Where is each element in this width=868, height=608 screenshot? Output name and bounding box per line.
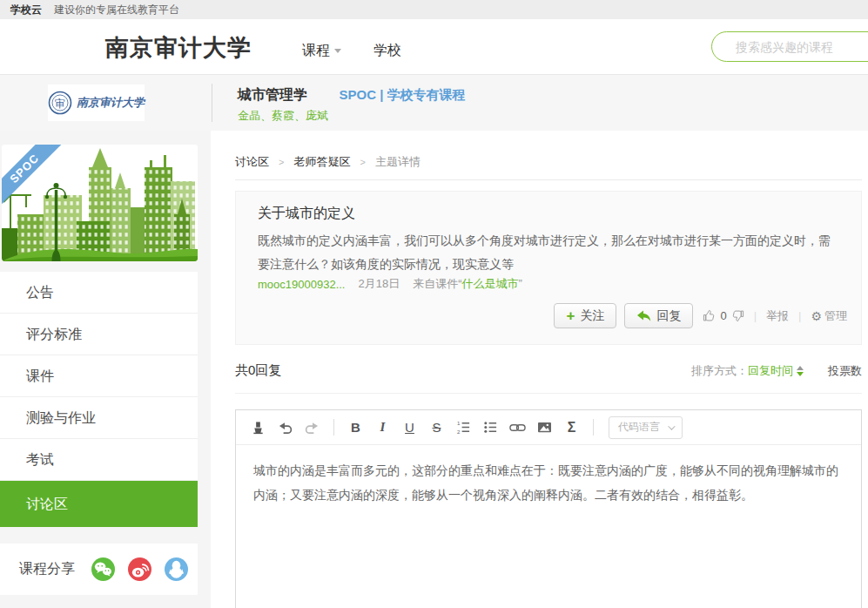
post-author-link[interactable]: mooc19000932...	[258, 278, 345, 291]
post-source-link[interactable]: 什么是城市	[462, 277, 519, 290]
breadcrumb-separator-icon: >	[279, 157, 284, 167]
course-heading: 城市管理学 SPOC | 学校专有课程	[238, 86, 466, 105]
sidebar-menu: 公告 评分标准 课件 测验与作业 考试 讨论区	[0, 272, 198, 527]
nav-courses-label: 课程	[302, 43, 330, 57]
course-image-card[interactable]: SPOC	[2, 145, 198, 261]
editor-toolbar: B I U S 1 2	[236, 410, 861, 445]
toolbar-divider	[593, 419, 594, 436]
undo-icon[interactable]	[274, 417, 296, 438]
banner-divider	[212, 84, 212, 122]
reply-arrow-icon	[636, 309, 651, 322]
follow-button[interactable]: + 关注	[554, 303, 616, 328]
ordered-list-icon[interactable]: 1 2	[453, 417, 474, 438]
course-share-card: 课程分享	[0, 544, 198, 595]
format-brush-icon[interactable]	[247, 417, 269, 438]
like-count: 0	[720, 309, 726, 322]
share-label: 课程分享	[19, 560, 75, 578]
course-title: 城市管理学	[238, 87, 307, 102]
follow-button-label: 关注	[580, 308, 604, 324]
topbar: 学校云 建设你的专属在线教育平台	[0, 0, 868, 19]
sort-controls: 排序方式： 回复时间 投票数	[691, 363, 862, 379]
manage-link-label: 管理	[824, 308, 847, 324]
toolbar-divider	[333, 419, 334, 436]
bold-icon[interactable]: B	[345, 417, 367, 438]
breadcrumb-discussion[interactable]: 讨论区	[235, 154, 269, 170]
nav-courses[interactable]: 课程	[302, 42, 341, 60]
vote-group: 0	[703, 309, 744, 322]
code-language-select[interactable]: 代码语言	[609, 416, 683, 439]
topic-post: 关于城市的定义 既然城市的定义内涵丰富，我们可以从多个角度对城市进行定义，那么在…	[235, 191, 862, 345]
course-type-badge: SPOC | 学校专有课程	[339, 87, 465, 102]
sort-by-votes[interactable]: 投票数	[828, 363, 862, 379]
image-icon[interactable]	[534, 417, 555, 438]
search-input[interactable]	[712, 32, 868, 61]
wechat-share-icon[interactable]	[91, 557, 115, 581]
sidebar-item-discussion[interactable]: 讨论区	[0, 481, 198, 527]
post-actions: + 关注 回复 0	[554, 303, 847, 328]
qq-share-icon[interactable]	[165, 557, 188, 581]
post-source-prefix: 来自课件“	[413, 277, 461, 290]
breadcrumb-teacher-qa[interactable]: 老师答疑区	[293, 154, 350, 170]
redo-icon[interactable]	[301, 417, 323, 438]
gear-icon: ⚙	[811, 309, 822, 323]
sort-label: 排序方式：	[691, 363, 748, 379]
sort-by-time[interactable]: 回复时间	[748, 363, 793, 379]
chevron-down-icon	[668, 422, 675, 429]
header: 南京审计大学 课程 学校	[0, 19, 868, 75]
italic-icon[interactable]: I	[372, 417, 394, 438]
sidebar-item-quizzes[interactable]: 测验与作业	[0, 397, 198, 439]
sidebar-item-announcements[interactable]: 公告	[0, 272, 198, 314]
strikethrough-icon[interactable]: S	[426, 417, 447, 438]
link-icon[interactable]	[507, 417, 528, 438]
nav-school-label: 学校	[373, 43, 401, 57]
thumbs-up-icon[interactable]	[703, 309, 716, 322]
course-teachers: 金晶、蔡霞、庞斌	[238, 108, 328, 124]
formula-icon[interactable]: Σ	[561, 417, 582, 438]
breadcrumb-topic-detail: 主题详情	[375, 154, 421, 170]
sidebar-item-exams[interactable]: 考试	[0, 439, 198, 481]
post-meta: mooc19000932... 2月18日 来自课件“什么是城市”	[258, 276, 522, 292]
plus-icon: +	[566, 308, 575, 323]
post-source-suffix: ”	[519, 277, 522, 290]
svg-text:审: 审	[55, 98, 65, 110]
page: 学校云 建设你的专属在线教育平台 南京审计大学 课程 学校 审 南京审计大学 城…	[0, 0, 868, 608]
breadcrumb-divider	[235, 179, 862, 180]
actions-divider: |	[798, 309, 801, 322]
svg-text:1: 1	[457, 420, 461, 426]
reply-editor: B I U S 1 2	[235, 409, 862, 608]
thumbs-down-icon[interactable]	[731, 309, 744, 322]
school-name[interactable]: 南京审计大学	[105, 32, 252, 64]
university-logo-text: 南京审计大学	[77, 95, 145, 111]
reply-textarea[interactable]: 城市的内涵是丰富而多元的，这部分的重点和难点在于：既要注意内涵的广度，能够从不同…	[236, 445, 861, 584]
brand-logo[interactable]: 学校云	[10, 3, 42, 17]
report-link[interactable]: 举报	[766, 308, 789, 324]
post-title: 关于城市的定义	[258, 205, 355, 223]
reply-button[interactable]: 回复	[624, 303, 693, 328]
sidebar-item-grading[interactable]: 评分标准	[0, 314, 198, 355]
university-seal-icon: 审	[48, 91, 72, 115]
nav-school[interactable]: 学校	[373, 42, 401, 60]
university-logo[interactable]: 审 南京审计大学	[48, 84, 145, 121]
main-content: 讨论区 > 老师答疑区 > 主题详情 关于城市的定义 既然城市的定义内涵丰富，我…	[211, 131, 868, 608]
course-banner: 审 南京审计大学 城市管理学 SPOC | 学校专有课程 金晶、蔡霞、庞斌	[0, 75, 868, 131]
breadcrumb: 讨论区 > 老师答疑区 > 主题详情	[235, 154, 421, 170]
code-language-label: 代码语言	[618, 420, 660, 435]
unordered-list-icon[interactable]	[480, 417, 501, 438]
underline-icon[interactable]: U	[399, 417, 421, 438]
replies-divider	[235, 393, 862, 394]
manage-link[interactable]: ⚙ 管理	[811, 308, 847, 324]
post-source: 来自课件“什么是城市”	[413, 276, 522, 292]
post-body: 既然城市的定义内涵丰富，我们可以从多个角度对城市进行定义，那么在对城市进行某一方…	[258, 229, 841, 276]
reply-button-label: 回复	[656, 308, 681, 324]
breadcrumb-separator-icon: >	[360, 157, 365, 167]
weibo-share-icon[interactable]	[128, 557, 151, 581]
sidebar-item-courseware[interactable]: 课件	[0, 355, 198, 397]
post-date: 2月18日	[358, 276, 400, 292]
chevron-down-icon	[334, 49, 341, 53]
course-search	[711, 31, 868, 62]
svg-text:2: 2	[457, 429, 461, 435]
replies-header: 共0回复 排序方式： 回复时间 投票数	[235, 362, 862, 379]
sort-direction-icon[interactable]	[797, 366, 804, 376]
actions-divider: |	[754, 309, 757, 322]
replies-count: 共0回复	[235, 362, 281, 379]
